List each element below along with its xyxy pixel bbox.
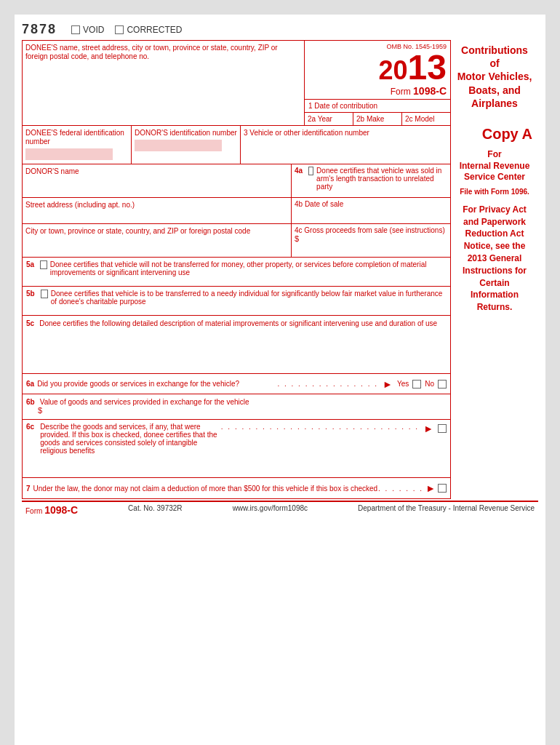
5a-num: 5a (26, 260, 34, 268)
cell-vehicle-id: 3 Vehicle or other identification number (241, 126, 450, 164)
form-name: 1098-C (413, 85, 447, 97)
6c-num: 6c (26, 423, 34, 431)
footer-form-word: Form (25, 507, 42, 515)
7-num: 7 (26, 485, 31, 493)
form-area: DONEE'S name, street address, city or to… (22, 40, 451, 499)
row-ids: DONEE'S federal identification number DO… (23, 126, 450, 164)
privacy-line4: Notice, see the (464, 241, 526, 251)
no-label: No (425, 380, 434, 388)
donee-id-label: DONEE'S federal identification number (25, 129, 124, 146)
6c-checkbox[interactable] (438, 424, 447, 433)
cell-donee-name: DONEE'S name, street address, city or to… (23, 41, 305, 125)
cell-4b: 4b Date of sale (292, 198, 450, 223)
contrib-line4: Airplanes (471, 97, 518, 109)
irs-line2: Service Center (464, 172, 525, 182)
5b-num: 5b (26, 290, 35, 298)
5c-text: Donee certifies the following detailed d… (39, 319, 437, 327)
5b-text: Donee certifies that vehicle is to be tr… (51, 290, 447, 306)
footer-form-name: 1098-C (44, 504, 78, 516)
contrib-line1: Contributions of (461, 44, 528, 69)
void-label: VOID (83, 25, 104, 35)
contrib-line3: Boats, and (468, 84, 521, 96)
row-donor: DONOR'S name 4a Donee certifies that veh… (23, 164, 450, 198)
donee-name-label: DONEE'S name, street address, city or to… (25, 44, 278, 60)
4a-num: 4a (295, 167, 303, 175)
corrected-label: CORRECTED (127, 25, 182, 35)
no-checkbox[interactable] (438, 380, 447, 389)
form-number: 7878 (22, 22, 57, 37)
page: 7878 VOID CORRECTED DONEE'S name, st (15, 15, 545, 745)
row-6b: 6b Value of goods and services provided … (23, 394, 450, 420)
row-5b: 5b Donee certifies that vehicle is to be… (23, 287, 450, 316)
2a-label: 2a Year (308, 115, 332, 123)
5b-checkbox[interactable] (41, 290, 48, 298)
form-footer: Form 1098-C Cat. No. 39732R www.irs.gov/… (22, 501, 538, 518)
4c-dollar: $ (295, 234, 299, 243)
privacy-line8: Information (471, 290, 519, 300)
donor-id-label: DONOR'S identification number (135, 129, 237, 137)
row-5a: 5a Donee certifies that vehicle will not… (23, 258, 450, 287)
for-irs-text: For Internal Revenue Service Center (457, 149, 532, 183)
void-corrected-area: VOID CORRECTED (71, 25, 182, 35)
2c-label: 2c Model (405, 115, 435, 123)
row-street: Street address (including apt. no.) 4b D… (23, 198, 450, 224)
donor-id-input[interactable] (135, 140, 222, 151)
vehicle-id-label: 3 Vehicle or other identification number (244, 129, 369, 137)
6a-num: 6a (26, 380, 34, 388)
yes-checkbox[interactable] (412, 380, 421, 389)
4a-text: Donee certifies that vehicle was sold in… (316, 167, 447, 191)
form-label: Form (391, 87, 411, 97)
donor-name-label: DONOR'S name (25, 167, 79, 175)
privacy-line3: Reduction Act (465, 228, 524, 239)
privacy-line7: Certain (479, 278, 509, 288)
footer-cat: Cat. No. 39732R (128, 504, 183, 516)
cell-2b: 2b Make (353, 113, 402, 125)
7-dots: . . . . . . . (378, 485, 423, 493)
7-checkbox[interactable] (438, 484, 447, 493)
4a-checkbox[interactable] (308, 167, 313, 175)
donee-id-input[interactable] (25, 148, 113, 160)
file-with-text: File with Form 1096. (457, 187, 532, 196)
sidebar: Contributions of Motor Vehicles, Boats, … (451, 40, 538, 499)
city-label: City or town, province or state, country… (25, 227, 250, 235)
footer-url: www.irs.gov/form1098c (233, 504, 308, 516)
6c-text: Describe the goods and services, if any,… (40, 423, 218, 455)
footer-dept: Department of the Treasury - Internal Re… (358, 504, 535, 516)
main-layout: DONEE'S name, street address, city or to… (22, 40, 538, 499)
cell-4a: 4a Donee certifies that vehicle was sold… (292, 164, 450, 197)
7-arrow: ► (425, 482, 436, 494)
top-header: 7878 VOID CORRECTED (22, 22, 538, 37)
void-checkbox-item: VOID (71, 25, 104, 35)
irs-line1: Internal Revenue (460, 161, 530, 171)
cell-donee-id: DONEE'S federal identification number (23, 126, 132, 164)
footer-form-full: Form 1098-C (25, 504, 78, 516)
privacy-line2: and Paperwork (463, 217, 526, 227)
5a-text: Donee certifies that vehicle will not be… (50, 260, 447, 276)
row-7: 7 Under the law, the donor may not claim… (23, 478, 450, 498)
contrib-line2: Motor Vehicles, (457, 71, 532, 82)
privacy-text: For Privacy Act and Paperwork Reduction … (457, 204, 532, 314)
corrected-checkbox[interactable] (115, 25, 124, 34)
cell-year-make-model: 2a Year 2b Make 2c Model (305, 112, 450, 125)
privacy-line5: 2013 General (468, 253, 522, 263)
cell-4c: 4c Gross proceeds from sale (see instruc… (292, 224, 450, 257)
row-city: City or town, province or state, country… (23, 224, 450, 258)
title-contributions: Contributions of Motor Vehicles, Boats, … (457, 44, 532, 110)
row-5c: 5c Donee certifies the following detaile… (23, 316, 450, 374)
yes-label: Yes (397, 380, 409, 388)
6b-num: 6b (26, 398, 35, 406)
void-checkbox[interactable] (71, 25, 80, 34)
cell-omb: OMB No. 1545-1959 2013 Form 1098-C (305, 41, 450, 100)
6a-text: Did you provide goods or services in exc… (37, 380, 239, 388)
7-text: Under the law, the donor may not claim a… (33, 485, 378, 493)
cell-street: Street address (including apt. no.) (23, 198, 292, 223)
6a-arrow: ► (383, 378, 393, 390)
6a-dots: . . . . . . . . . . . . . . . (277, 380, 378, 388)
6b-text: Value of goods and services provided in … (40, 398, 249, 406)
for-label: For (487, 149, 501, 159)
street-label: Street address (including apt. no.) (25, 201, 135, 209)
form-1098c-label: Form 1098-C (391, 85, 447, 97)
5a-checkbox[interactable] (40, 260, 47, 269)
privacy-line1: For Privacy Act (463, 204, 527, 215)
6c-arrow: ► (423, 423, 433, 434)
